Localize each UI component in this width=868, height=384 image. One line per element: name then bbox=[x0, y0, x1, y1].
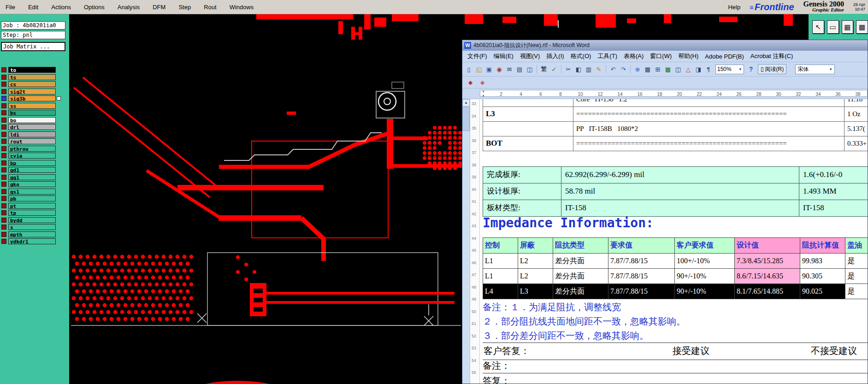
layer-indicator[interactable] bbox=[1, 160, 6, 165]
layer-indicator[interactable] bbox=[1, 175, 6, 180]
scroll-up-button[interactable]: ▲ bbox=[462, 99, 470, 106]
layer-row-sig3b[interactable]: sig3b bbox=[1, 95, 69, 102]
word-menu-item[interactable]: Acrobat 注释(C) bbox=[747, 51, 796, 62]
layer-row-mpth[interactable]: mpth bbox=[1, 231, 69, 238]
layer-indicator[interactable] bbox=[1, 75, 6, 80]
screen-view-icon[interactable]: ▭ bbox=[827, 20, 839, 34]
layer-row-pb[interactable]: pb bbox=[1, 195, 69, 202]
copy-icon[interactable]: ◧ bbox=[574, 65, 583, 74]
drawing-icon[interactable]: △ bbox=[684, 65, 693, 74]
layer-indicator[interactable] bbox=[1, 224, 6, 230]
layer-indicator[interactable] bbox=[1, 110, 6, 115]
impedance-row[interactable]: L4L3差分共面7.87/7.88/1590+/-10%8.1/7.65/14.… bbox=[483, 284, 868, 299]
open-icon[interactable]: ◱ bbox=[474, 65, 484, 74]
impedance-row[interactable]: L1L2差分共面7.87/7.88/15100+/-10%7.3/8.45/15… bbox=[483, 254, 868, 269]
word-menu-item[interactable]: 表格(A) bbox=[620, 51, 647, 62]
layer-row-rout[interactable]: rout bbox=[1, 138, 69, 145]
layer-grid-icon[interactable]: ▦ bbox=[842, 20, 854, 34]
word-help-icon[interactable]: ? bbox=[746, 65, 756, 74]
menu-rout[interactable]: Rout bbox=[204, 4, 216, 11]
layer-row-to[interactable]: to bbox=[1, 66, 69, 74]
new-document-icon[interactable]: ▯ bbox=[464, 65, 473, 74]
layer-indicator[interactable] bbox=[1, 82, 6, 87]
word-menu-item[interactable]: 工具(T) bbox=[594, 51, 620, 62]
layer-row-ydkdr1[interactable]: ydkdr1 bbox=[1, 238, 69, 245]
layer-row-bydd[interactable]: bydd bbox=[1, 217, 69, 224]
layer-row-ts[interactable]: ts bbox=[1, 74, 69, 81]
layer-indicator[interactable] bbox=[1, 182, 6, 187]
word-menu-item[interactable]: 插入(I) bbox=[543, 51, 567, 62]
word-titlebar[interactable]: W 4b08201ia0-阻抗设计(New).rtf - Microsoft W… bbox=[462, 40, 868, 51]
layer-row-bs[interactable]: bs bbox=[1, 109, 69, 117]
layer-row-drl[interactable]: drl bbox=[1, 124, 69, 131]
menu-options[interactable]: Options bbox=[84, 4, 105, 11]
tables-borders-icon[interactable]: ▦ bbox=[643, 65, 652, 74]
adobe-pdf-create-icon[interactable]: ◆ bbox=[466, 78, 475, 87]
adobe-pdf-convert-icon[interactable]: ◆ bbox=[478, 78, 487, 87]
word-menu-item[interactable]: 文件(F) bbox=[464, 51, 490, 62]
menu-edit[interactable]: Edit bbox=[28, 4, 38, 11]
layer-indicator[interactable] bbox=[1, 218, 6, 223]
first-line-indent-marker[interactable]: ▼ bbox=[482, 90, 485, 93]
layer-row-bo[interactable]: bo bbox=[1, 117, 69, 124]
redo-icon[interactable]: ↷ bbox=[619, 65, 628, 74]
print-icon[interactable]: ▤ bbox=[515, 65, 524, 74]
layer-row-s[interactable]: s bbox=[1, 224, 69, 231]
layer-row-gg1[interactable]: gg1 bbox=[1, 174, 69, 181]
layer-indicator[interactable] bbox=[1, 146, 6, 151]
menu-actions[interactable]: Actions bbox=[51, 4, 71, 11]
menu-step[interactable]: Step bbox=[178, 4, 191, 11]
word-menu-item[interactable]: Adobe PDF(B) bbox=[702, 52, 747, 61]
layer-row-cvia[interactable]: cvia bbox=[1, 152, 69, 160]
layer-row-gko[interactable]: gko bbox=[1, 181, 69, 188]
insert-excel-icon[interactable]: ▩ bbox=[663, 65, 673, 74]
layer-indicator[interactable] bbox=[1, 139, 6, 144]
save-icon[interactable]: ▣ bbox=[484, 65, 494, 74]
layer-indicator[interactable] bbox=[1, 124, 6, 130]
font-select[interactable]: 宋体 ▼ bbox=[795, 65, 835, 74]
layer-row-gs1[interactable]: gs1 bbox=[1, 188, 69, 195]
cut-icon[interactable]: ✂ bbox=[564, 65, 573, 74]
hyperlink-icon[interactable]: ⊕ bbox=[633, 65, 642, 74]
paste-icon[interactable]: ▥ bbox=[584, 65, 593, 74]
layer-row-pt[interactable]: pt bbox=[1, 202, 69, 210]
layer-indicator[interactable] bbox=[1, 132, 6, 137]
layer-indicator[interactable] bbox=[1, 103, 6, 108]
word-menu-item[interactable]: 编辑(E) bbox=[490, 51, 517, 62]
layer-row-pthrou[interactable]: pthrou bbox=[1, 145, 69, 153]
undo-icon[interactable]: ↶ bbox=[608, 65, 618, 74]
word-menu-item[interactable]: 格式(O) bbox=[567, 51, 595, 62]
layer-row-cs[interactable]: cs bbox=[1, 81, 69, 88]
layer-indicator[interactable] bbox=[1, 167, 6, 172]
zoom-home-icon[interactable]: ↖ bbox=[812, 20, 824, 34]
email-icon[interactable]: ✉ bbox=[505, 65, 514, 74]
word-scrollbar-left[interactable]: ▲ bbox=[462, 99, 470, 384]
hanging-indent-marker[interactable]: ▲ bbox=[482, 94, 485, 97]
menu-help[interactable]: Help bbox=[728, 4, 740, 11]
word-menu-item[interactable]: 视图(V) bbox=[517, 51, 543, 62]
columns-icon[interactable]: ◫ bbox=[673, 65, 683, 74]
word-menu-item[interactable]: 帮助(H) bbox=[675, 51, 702, 62]
layer-indicator[interactable] bbox=[1, 96, 6, 101]
menu-analysis[interactable]: Analysis bbox=[118, 4, 140, 11]
layer-row-ss[interactable]: ss bbox=[1, 102, 69, 110]
layer-indicator[interactable] bbox=[1, 232, 6, 237]
menu-file[interactable]: File bbox=[6, 4, 15, 11]
layer-indicator[interactable] bbox=[1, 118, 6, 123]
document-map-icon[interactable]: ◨ bbox=[694, 65, 703, 74]
reading-layout-button[interactable]: ▯ 阅读(R) bbox=[758, 64, 786, 74]
layer-row-gd1[interactable]: gd1 bbox=[1, 166, 69, 174]
layer-row-sig2t[interactable]: sig2t bbox=[1, 88, 69, 95]
print-preview-icon[interactable]: ◫ bbox=[525, 65, 534, 74]
layer-indicator[interactable] bbox=[1, 153, 6, 158]
insert-table-icon[interactable]: ⊞ bbox=[653, 65, 662, 74]
matrix-table-icon[interactable]: ▩ bbox=[856, 20, 868, 34]
layer-indicator[interactable] bbox=[1, 196, 6, 201]
impedance-row[interactable]: L1L2差分共面7.87/7.88/1590+/-10%8.6/7.15/14.… bbox=[483, 269, 868, 284]
permission-icon[interactable]: ◉ bbox=[495, 65, 504, 74]
word-ruler-horizontal[interactable]: ▼ ▲ 2468101214161820222426283032343638 bbox=[462, 89, 868, 99]
spelling-icon[interactable]: ✓ bbox=[549, 65, 559, 74]
word-menu-item[interactable]: 窗口(W) bbox=[647, 51, 675, 62]
layer-row-tp[interactable]: tp bbox=[1, 209, 69, 217]
job-matrix-button[interactable]: Job Matrix ... bbox=[1, 42, 65, 51]
